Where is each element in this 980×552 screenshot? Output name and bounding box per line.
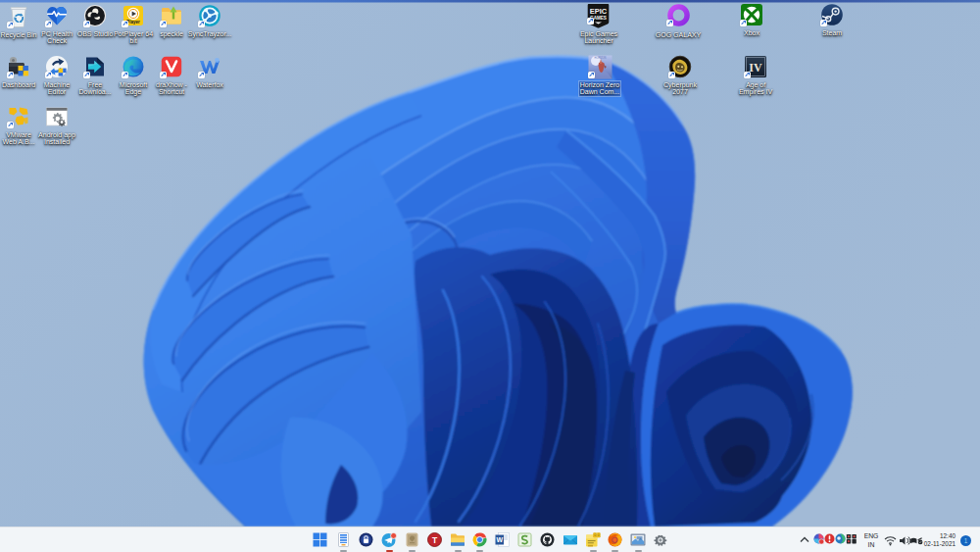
svg-text:EPIC: EPIC bbox=[590, 7, 608, 16]
svg-text:HORIZON: HORIZON bbox=[595, 56, 607, 60]
svg-text:W: W bbox=[496, 536, 503, 543]
svg-text:0: 0 bbox=[594, 533, 596, 537]
svg-text:IV: IV bbox=[749, 61, 762, 75]
svg-text:0: 0 bbox=[598, 533, 600, 537]
svg-text:T: T bbox=[432, 535, 438, 545]
